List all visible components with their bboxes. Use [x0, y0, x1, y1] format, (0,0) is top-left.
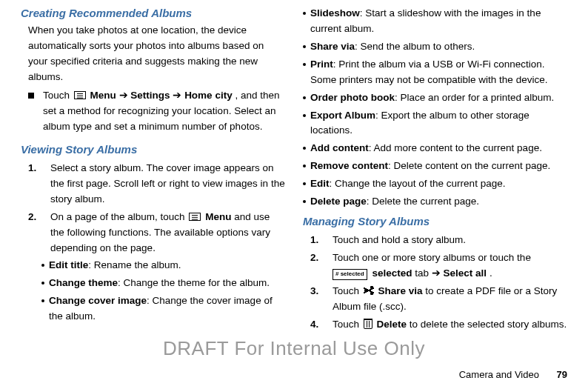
text: Touch: [333, 319, 362, 330]
bullet-text: Share via: Send the album to others.: [310, 39, 567, 55]
page-number: 79: [557, 369, 567, 380]
heading-creating-recommended-albums: Creating Recommended Albums: [21, 4, 285, 21]
desc: : Add more content to the current page.: [369, 142, 542, 153]
term: Print: [310, 59, 333, 70]
bullet-text: Add content: Add more content to the cur…: [310, 141, 567, 156]
bullet-icon: [303, 182, 306, 185]
term: Slideshow: [310, 7, 360, 19]
term: Export Album: [310, 110, 375, 121]
desc: : Place an order for a printed album.: [395, 92, 554, 103]
list-item: Add content: Add more content to the cur…: [303, 141, 567, 156]
bullet-icon: [303, 96, 306, 99]
text: Touch: [43, 90, 73, 101]
list-item: Change cover image: Change the cover ima…: [41, 293, 285, 325]
draft-watermark: DRAFT For Internal Use Only: [0, 337, 588, 360]
selected-label: selected: [372, 267, 412, 279]
text: .: [490, 267, 492, 279]
text: Touch one or more story albums or touch …: [333, 252, 531, 263]
settings-label: Settings: [130, 90, 170, 101]
term: Order photo book: [310, 92, 395, 103]
list-item: Export Album: Export the album to other …: [303, 108, 567, 139]
term: Add content: [310, 142, 369, 153]
list-item: Touch Menu ➔ Settings ➔ Home city , and …: [28, 88, 285, 135]
step-text: Touch Share via to create a PDF file or …: [333, 284, 567, 315]
heading-managing-story-albums: Managing Story Albums: [303, 213, 567, 230]
bullet-icon: [303, 12, 306, 15]
bullet-text: Edit title: Rename the album.: [49, 258, 285, 273]
step-number: 4.: [310, 317, 324, 333]
list-item: 4. Touch Delete to delete the selected s…: [310, 317, 567, 333]
menu-icon: [74, 91, 86, 99]
bullet-text: Change theme: Change the theme for the a…: [49, 276, 285, 291]
term: Remove content: [310, 160, 388, 171]
step-number: 3.: [310, 284, 324, 315]
list-item: Order photo book: Place an order for a p…: [303, 90, 567, 106]
footer-section-label: Camera and Video: [459, 369, 539, 380]
trash-icon: [364, 319, 372, 329]
list-item: Edit title: Rename the album.: [41, 258, 285, 273]
sub-bullet-list: Edit title: Rename the album. Change the…: [41, 258, 285, 325]
list-item: Slideshow: Start a slideshow with the im…: [303, 6, 567, 37]
list-item: 3. Touch Share via to create a PDF file …: [310, 284, 567, 315]
bullet-text: Remove content: Delete content on the cu…: [310, 159, 567, 174]
bullet-text: Change cover image: Change the cover ima…: [49, 293, 285, 325]
bullet-text: Delete page: Delete the current page.: [310, 194, 567, 210]
sub-bullet-list: Slideshow: Start a slideshow with the im…: [303, 6, 567, 210]
list-text: Touch Menu ➔ Settings ➔ Home city , and …: [43, 88, 285, 135]
desc: : Delete content on the current page.: [388, 160, 550, 171]
bullet-icon: [303, 147, 306, 150]
bullet-icon: [303, 200, 306, 203]
bullet-text: Edit: Change the layout of the current p…: [310, 176, 567, 192]
bullet-text: Order photo book: Place an order for a p…: [310, 90, 567, 106]
step-number: 1.: [310, 233, 324, 248]
numbered-list: 1. Select a story album. The cover image…: [28, 161, 285, 256]
step-number: 1.: [28, 161, 41, 207]
term: Edit title: [49, 259, 88, 270]
menu-label: Menu: [90, 90, 116, 101]
step-number: 2.: [28, 210, 41, 256]
bullet-icon: [303, 114, 306, 117]
delete-label: Delete: [377, 319, 407, 330]
page-footer: Camera and Video 79: [459, 369, 567, 380]
list-item: Delete page: Delete the current page.: [303, 194, 567, 210]
bullet-icon: [303, 63, 306, 66]
desc: : Print the album via a USB or Wi-Fi con…: [310, 59, 547, 85]
step-text: Touch Delete to delete the selected stor…: [333, 317, 567, 333]
desc: : Delete the current page.: [367, 196, 479, 207]
select-all-label: Select all: [444, 267, 487, 279]
list-item: Print: Print the album via a USB or Wi-F…: [303, 57, 567, 88]
menu-label: Menu: [205, 211, 231, 222]
home-city-label: Home city: [184, 90, 233, 101]
square-bullet-list: Touch Menu ➔ Settings ➔ Home city , and …: [28, 88, 285, 135]
list-item: Share via: Send the album to others.: [303, 39, 567, 55]
step-text: Touch one or more story albums or touch …: [333, 250, 567, 282]
selected-count-badge-icon: # selected: [333, 269, 367, 279]
text: tab ➔: [415, 267, 443, 279]
arrow: ➔: [119, 90, 131, 101]
list-item: 1. Select a story album. The cover image…: [28, 161, 285, 207]
bullet-icon: [41, 264, 44, 267]
term: Share via: [310, 41, 355, 52]
term: Edit: [310, 178, 330, 189]
step-text: Touch and hold a story album.: [333, 233, 567, 248]
bullet-icon: [303, 164, 306, 167]
list-item: 2. On a page of the album, touch Menu an…: [28, 210, 285, 256]
desc: : Rename the album.: [88, 259, 181, 270]
list-item: Edit: Change the layout of the current p…: [303, 176, 567, 192]
page-body: Creating Recommended Albums When you tak…: [0, 0, 588, 335]
list-item: 1. Touch and hold a story album.: [310, 233, 567, 248]
bullet-icon: [41, 282, 44, 285]
bullet-text: Print: Print the album via a USB or Wi-F…: [310, 57, 567, 88]
bullet-text: Export Album: Export the album to other …: [310, 108, 567, 139]
arrow: ➔: [173, 90, 184, 101]
desc: : Change the theme for the album.: [118, 277, 270, 288]
left-column: Creating Recommended Albums When you tak…: [21, 4, 285, 335]
term: Change cover image: [49, 295, 147, 306]
share-via-label: Share via: [378, 285, 423, 296]
desc: : Change the layout of the current page.: [330, 178, 506, 189]
numbered-list: 1. Touch and hold a story album. 2. Touc…: [310, 233, 567, 333]
list-item: 2. Touch one or more story albums or tou…: [310, 250, 567, 282]
right-column: Slideshow: Start a slideshow with the im…: [303, 4, 567, 335]
list-item: Remove content: Delete content on the cu…: [303, 159, 567, 174]
step-text: On a page of the album, touch Menu and u…: [50, 210, 285, 256]
